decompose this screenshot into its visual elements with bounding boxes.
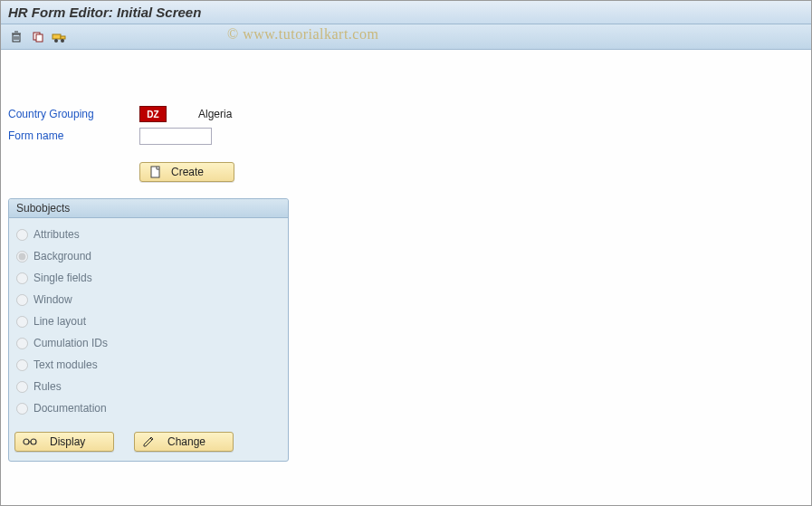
radio-input[interactable] — [16, 359, 28, 371]
radio-input[interactable] — [16, 316, 28, 328]
form-name-row: Form name — [8, 126, 804, 146]
window-title: HR Form Editor: Initial Screen — [1, 1, 811, 24]
radio-input[interactable] — [16, 294, 28, 306]
subobject-label: Background — [33, 250, 91, 263]
create-row: Create — [8, 162, 804, 182]
subobject-label: Text modules — [33, 358, 98, 371]
subobject-option[interactable]: Rules — [13, 376, 284, 397]
change-button[interactable]: Change — [134, 432, 234, 452]
glasses-icon — [23, 436, 37, 447]
delete-icon[interactable] — [8, 29, 24, 45]
subobject-option[interactable]: Window — [13, 289, 284, 310]
pencil-icon — [142, 435, 155, 448]
panel-footer: Display Change — [9, 425, 288, 461]
svg-rect-12 — [151, 167, 159, 177]
radio-input[interactable] — [16, 338, 28, 349]
form-name-input[interactable] — [139, 128, 212, 145]
radio-input[interactable] — [16, 272, 28, 284]
subobject-option[interactable]: Attributes — [13, 224, 284, 245]
transport-icon[interactable] — [52, 29, 68, 45]
svg-rect-7 — [36, 34, 43, 42]
country-grouping-row: Country Grouping DZ Algeria — [8, 104, 804, 124]
form-name-label: Form name — [8, 129, 139, 142]
svg-point-13 — [24, 439, 29, 444]
display-button-label: Display — [50, 435, 85, 448]
radio-input[interactable] — [16, 229, 28, 241]
svg-marker-16 — [144, 437, 153, 446]
radio-input[interactable] — [16, 381, 28, 393]
toolbar: © www.tutorialkart.com — [1, 24, 811, 50]
subobject-label: Attributes — [33, 228, 80, 241]
panel-body: AttributesBackgroundSingle fieldsWindowL… — [9, 218, 288, 425]
copy-icon[interactable] — [30, 29, 46, 45]
subobject-label: Line layout — [33, 315, 86, 328]
document-icon — [149, 166, 162, 178]
create-button[interactable]: Create — [139, 162, 234, 182]
create-button-label: Create — [171, 166, 204, 178]
country-name-text: Algeria — [198, 108, 232, 120]
subobject-label: Rules — [33, 380, 62, 393]
subobject-label: Window — [33, 293, 72, 306]
panel-title: Subobjects — [9, 199, 288, 218]
subobject-option[interactable]: Single fields — [13, 267, 284, 289]
svg-rect-9 — [61, 36, 65, 39]
subobject-label: Cumulation IDs — [33, 337, 108, 349]
svg-point-11 — [61, 39, 64, 43]
svg-rect-8 — [53, 34, 61, 39]
watermark-text: © www.tutorialkart.com — [227, 26, 378, 43]
country-grouping-label: Country Grouping — [8, 108, 139, 120]
subobject-option[interactable]: Background — [13, 245, 284, 267]
subobject-label: Documentation — [33, 402, 107, 415]
subobject-option[interactable]: Line layout — [13, 310, 284, 332]
svg-point-10 — [54, 39, 58, 43]
svg-point-14 — [31, 439, 36, 444]
subobject-option[interactable]: Text modules — [13, 354, 284, 376]
change-button-label: Change — [167, 435, 205, 448]
display-button[interactable]: Display — [14, 432, 114, 452]
country-code-field[interactable]: DZ — [139, 106, 167, 122]
subobjects-panel: Subobjects AttributesBackgroundSingle fi… — [8, 198, 289, 462]
content-area: Country Grouping DZ Algeria Form name Cr… — [1, 50, 811, 469]
radio-input[interactable] — [16, 251, 28, 263]
subobject-option[interactable]: Documentation — [13, 397, 284, 419]
subobject-option[interactable]: Cumulation IDs — [13, 332, 284, 354]
radio-input[interactable] — [16, 403, 28, 415]
subobject-label: Single fields — [33, 272, 92, 284]
